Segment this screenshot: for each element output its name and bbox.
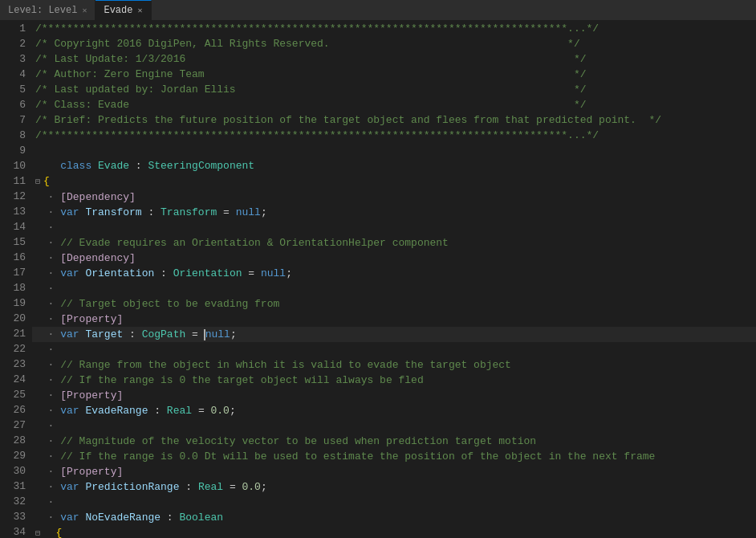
tab-close-button[interactable]: ✕	[82, 6, 87, 15]
token-c-plain: ;	[261, 206, 267, 218]
line-number: 22	[6, 341, 26, 357]
tab-level[interactable]: Level: Level✕	[0, 0, 96, 20]
line-number: 27	[6, 418, 26, 433]
token-c-null: null	[261, 267, 286, 279]
line-number: 25	[6, 387, 26, 402]
code-line: · var Transform : Transform = null;	[32, 205, 756, 220]
code-line: · // Magnitude of the velocity vector to…	[32, 434, 756, 449]
token-c-plain: :	[129, 160, 148, 172]
token-c-plain: =	[242, 267, 261, 279]
token-c-plain: :	[154, 267, 173, 279]
token-c-comment: // If the range is 0 the target object w…	[60, 374, 423, 386]
token-c-dots: ·	[35, 496, 60, 508]
code-line: /* Author: Zero Engine Team */	[32, 67, 756, 82]
line-number: 16	[6, 250, 26, 265]
line-number: 1	[6, 21, 26, 36]
code-area[interactable]: /***************************************…	[32, 21, 756, 538]
tab-evade[interactable]: Evade✕	[96, 0, 151, 20]
token-c-dots: ·	[35, 237, 60, 249]
token-c-plain: =	[185, 328, 204, 340]
token-c-plain: :	[142, 206, 161, 218]
code-line: · // If the range is 0.0 Dt will be used…	[32, 449, 756, 464]
token-c-null: null	[236, 206, 261, 218]
code-line: ⊟{	[32, 173, 756, 190]
token-c-comment: // Magnitude of the velocity vector to b…	[60, 435, 536, 447]
line-number: 9	[6, 143, 26, 158]
line-number: 34	[6, 524, 26, 538]
token-c-property: Target	[85, 328, 123, 340]
code-line: · var EvadeRange : Real = 0.0;	[32, 403, 756, 418]
token-c-comment: // Range from the object in which it is …	[60, 359, 511, 371]
line-number: 32	[6, 494, 26, 509]
code-line: · [Dependency]	[32, 190, 756, 205]
token-c-comment: // Evade requires an Orientation & Orien…	[60, 237, 449, 249]
token-c-type: Transform	[161, 206, 217, 218]
token-c-dots: ·	[35, 283, 60, 295]
code-line: ·	[32, 220, 756, 235]
token-c-dots: ·	[35, 298, 60, 310]
code-line	[32, 143, 756, 158]
code-line: ·	[32, 342, 756, 357]
token-c-comment: // Target object to be evading from	[60, 298, 279, 310]
token-c-dots: ·	[35, 267, 60, 279]
token-c-keyword: var	[60, 405, 79, 417]
code-line: /* Last Update: 1/3/2016 */	[32, 51, 756, 67]
token-c-property: EvadeRange	[85, 405, 148, 417]
token-c-plain	[91, 160, 98, 172]
token-c-comment: // If the range is 0.0 Dt will be used t…	[60, 450, 655, 463]
code-line: /* Brief: Predicts the future position o…	[32, 112, 756, 128]
line-number: 26	[6, 402, 26, 418]
code-line: · [Property]	[32, 312, 756, 327]
token-c-type: Real	[167, 405, 192, 417]
token-c-dots: ·	[35, 481, 60, 493]
token-c-dots: ·	[35, 466, 60, 478]
token-c-dots: ·	[35, 222, 60, 234]
line-number: 6	[6, 97, 26, 112]
token-c-type: SteeringComponent	[148, 160, 254, 172]
code-line: · [Dependency]	[32, 251, 756, 266]
code-line: · // Range from the object in which it i…	[32, 357, 756, 373]
token-c-plain: :	[179, 481, 197, 493]
token-c-property: PredictionRange	[85, 481, 179, 493]
token-c-dots: ·	[35, 313, 60, 325]
code-line: · [Property]	[32, 388, 756, 403]
token-c-comment: /***************************************…	[35, 22, 599, 35]
code-line: /* Copyright 2016 DigiPen, All Rights Re…	[32, 36, 756, 51]
token-c-dots: ·	[35, 191, 60, 203]
token-c-keyword: var	[60, 481, 79, 493]
code-line: · var Orientation : Orientation = null;	[32, 266, 756, 281]
token-c-comment: /* Last Update: 1/3/2016 */	[35, 53, 587, 65]
line-number: 19	[6, 295, 26, 311]
code-line: class Evade : SteeringComponent	[32, 158, 756, 173]
editor-container: 1234567891011121314151617181920212223242…	[0, 21, 756, 538]
token-c-type: Boolean	[179, 512, 223, 524]
token-c-dots: ·	[35, 374, 60, 386]
line-number: 15	[6, 234, 26, 250]
token-c-comment: /* Copyright 2016 DigiPen, All Rights Re…	[35, 38, 580, 50]
code-line: · // Target object to be evading from	[32, 296, 756, 312]
line-number: 5	[6, 82, 26, 97]
token-c-plain: =	[223, 481, 242, 493]
token-c-plain: :	[161, 512, 179, 524]
token-c-decorator: [Property]	[60, 313, 123, 325]
token-c-plain: :	[123, 328, 141, 340]
token-c-decorator: [Dependency]	[60, 191, 136, 203]
tab-close-button[interactable]: ✕	[137, 6, 142, 15]
token-c-plain	[35, 160, 60, 172]
token-c-type: CogPath	[142, 328, 186, 340]
token-c-plain: ;	[230, 405, 236, 417]
token-c-dots: ·	[35, 512, 60, 524]
line-number: 11	[6, 173, 26, 189]
token-c-plain: :	[148, 405, 166, 417]
fold-arrow[interactable]: ⊟	[35, 526, 43, 538]
token-c-dots: ·	[35, 389, 60, 401]
token-c-comment: /* Brief: Predicts the future position o…	[35, 114, 661, 126]
line-number: 13	[6, 204, 26, 219]
token-c-dots: ·	[35, 206, 60, 218]
token-c-plain: =	[217, 206, 235, 218]
token-c-keyword: var	[60, 328, 79, 340]
line-number: 29	[6, 448, 26, 463]
fold-arrow[interactable]: ⊟	[35, 174, 43, 190]
line-number: 10	[6, 158, 26, 173]
line-numbers: 1234567891011121314151617181920212223242…	[0, 21, 32, 538]
